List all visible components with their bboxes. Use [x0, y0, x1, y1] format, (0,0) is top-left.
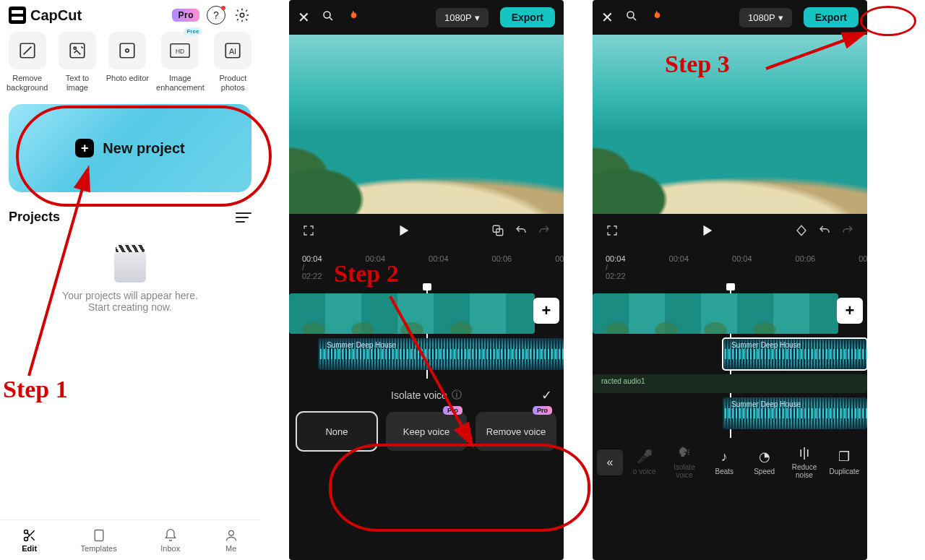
- video-preview[interactable]: [593, 35, 867, 214]
- play-icon[interactable]: [395, 223, 411, 241]
- app-name: CapCut: [30, 7, 82, 24]
- timeline[interactable]: + Summer Deep House racted audio1 Summer…: [593, 293, 867, 438]
- tool-product-photos[interactable]: AI Product photos: [212, 32, 254, 92]
- isolate-voice-icon: 🗣: [678, 445, 691, 460]
- video-track[interactable]: [289, 293, 535, 334]
- templates-icon: [92, 528, 106, 543]
- toolbar-isolate-voice[interactable]: 🗣Isolate voice: [666, 445, 702, 479]
- chevron-down-icon: ▾: [475, 12, 480, 23]
- tool-remove-background[interactable]: Remove background: [6, 32, 48, 92]
- svg-point-22: [627, 12, 634, 18]
- close-icon[interactable]: ✕: [298, 9, 310, 26]
- keyframe-icon[interactable]: [795, 224, 808, 240]
- svg-point-6: [126, 49, 129, 52]
- svg-rect-5: [121, 43, 135, 58]
- help-small-icon[interactable]: ⓘ: [452, 389, 462, 402]
- toolbar-beats[interactable]: ♪Beats: [706, 449, 743, 475]
- search-icon[interactable]: [322, 9, 335, 26]
- svg-point-0: [240, 13, 244, 17]
- isolate-option-keep-voice[interactable]: Pro Keep voice: [386, 412, 467, 451]
- resolution-button[interactable]: 1080P ▾: [436, 8, 489, 27]
- fullscreen-icon[interactable]: [302, 224, 315, 240]
- bell-icon: [163, 528, 178, 543]
- svg-line-2: [23, 47, 31, 55]
- export-button[interactable]: Export: [500, 7, 555, 27]
- audio-track-2[interactable]: Summer Deep House: [723, 397, 867, 429]
- new-project-label: New project: [103, 140, 184, 157]
- add-clip-button[interactable]: +: [533, 298, 559, 324]
- editor-bottom-toolbar: « 🎤o voice 🗣Isolate voice ♪Beats ◔Speed …: [593, 438, 867, 489]
- capcut-icon: [9, 7, 26, 24]
- new-project-button[interactable]: + New project: [9, 104, 251, 192]
- person-icon: [224, 528, 238, 543]
- flame-icon[interactable]: [346, 9, 359, 26]
- svg-line-19: [330, 17, 332, 20]
- duplicate-icon: ❐: [838, 449, 850, 465]
- undo-icon[interactable]: [515, 224, 528, 240]
- play-icon[interactable]: [699, 223, 715, 241]
- svg-point-11: [24, 530, 27, 533]
- toolbar-back-button[interactable]: «: [597, 449, 623, 475]
- tool-text-to-image[interactable]: Text to image: [56, 32, 98, 92]
- overlay-icon[interactable]: [491, 224, 504, 240]
- redo-icon[interactable]: [538, 224, 551, 240]
- pro-badge[interactable]: Pro: [172, 9, 199, 22]
- svg-point-12: [24, 537, 27, 540]
- help-icon[interactable]: ?: [207, 6, 225, 25]
- editor-top-bar: ✕ 1080P ▾ Export: [289, 0, 564, 35]
- svg-text:HD: HD: [176, 48, 184, 55]
- svg-line-23: [633, 17, 636, 20]
- timeline[interactable]: + Summer Deep House: [289, 293, 564, 379]
- toolbar-duplicate[interactable]: ❐Duplicate: [826, 449, 863, 475]
- free-tag: Free: [184, 27, 202, 35]
- player-controls: [593, 214, 867, 250]
- tool-photo-editor[interactable]: Photo editor: [106, 32, 149, 92]
- extracted-audio-track[interactable]: racted audio1: [593, 374, 867, 393]
- speed-icon: ◔: [759, 449, 770, 465]
- redo-icon[interactable]: [841, 224, 854, 240]
- quick-tools-row: Remove background Text to image Photo ed…: [0, 27, 260, 97]
- search-icon[interactable]: [625, 9, 638, 26]
- export-button[interactable]: Export: [804, 7, 859, 27]
- audio-track[interactable]: Summer Deep House: [318, 338, 564, 370]
- isolate-option-remove-voice[interactable]: Pro Remove voice: [476, 412, 556, 451]
- editor-top-bar: ✕ 1080P ▾ Export: [593, 0, 867, 35]
- isolate-option-none[interactable]: None: [296, 412, 377, 451]
- tool-image-enhancement[interactable]: FreeHD Image enhancement: [156, 32, 205, 92]
- nav-inbox[interactable]: Inbox: [160, 528, 180, 553]
- svg-point-18: [324, 12, 330, 18]
- close-icon[interactable]: ✕: [601, 9, 614, 26]
- svg-point-4: [74, 47, 76, 49]
- toolbar-speed[interactable]: ◔Speed: [746, 449, 783, 475]
- resolution-button[interactable]: 1080P ▾: [739, 8, 792, 27]
- panel-editor-export: ✕ 1080P ▾ Export 00:04 / 02:22 00:04: [593, 0, 867, 560]
- panel-editor-isolate-voice: ✕ 1080P ▾ Export 00:04 / 02:22 00:04: [289, 0, 564, 560]
- clapperboard-icon: [114, 251, 146, 283]
- toolbar-reduce-noise[interactable]: ı|ıReduce noise: [786, 445, 822, 479]
- projects-heading: Projects: [9, 210, 60, 225]
- add-clip-button[interactable]: +: [837, 298, 863, 324]
- plus-icon: +: [75, 139, 94, 158]
- fullscreen-icon[interactable]: [606, 224, 619, 240]
- nav-me[interactable]: Me: [224, 528, 238, 553]
- sort-icon[interactable]: [236, 212, 251, 223]
- nav-templates[interactable]: Templates: [81, 528, 117, 553]
- toolbar-voice[interactable]: 🎤o voice: [626, 449, 663, 475]
- video-preview[interactable]: [289, 35, 564, 214]
- undo-icon[interactable]: [818, 224, 831, 240]
- svg-text:AI: AI: [229, 47, 236, 56]
- flame-icon[interactable]: [650, 9, 663, 26]
- svg-point-17: [228, 530, 233, 535]
- nav-edit[interactable]: Edit: [22, 528, 37, 553]
- audio-track-selected[interactable]: Summer Deep House: [723, 338, 867, 370]
- svg-line-15: [27, 533, 29, 535]
- isolate-voice-panel: Isolate voice ⓘ ✓ None Pro Keep voice Pr…: [289, 379, 564, 464]
- scissors-icon: [22, 528, 37, 543]
- isolate-voice-title: Isolate voice: [391, 389, 447, 401]
- confirm-icon[interactable]: ✓: [541, 387, 552, 403]
- svg-line-14: [31, 537, 35, 540]
- video-track[interactable]: [593, 293, 838, 334]
- player-controls: [289, 214, 564, 250]
- settings-icon[interactable]: [233, 6, 251, 25]
- panel-capcut-home: CapCut Pro ? Remove background Text to i…: [0, 0, 260, 560]
